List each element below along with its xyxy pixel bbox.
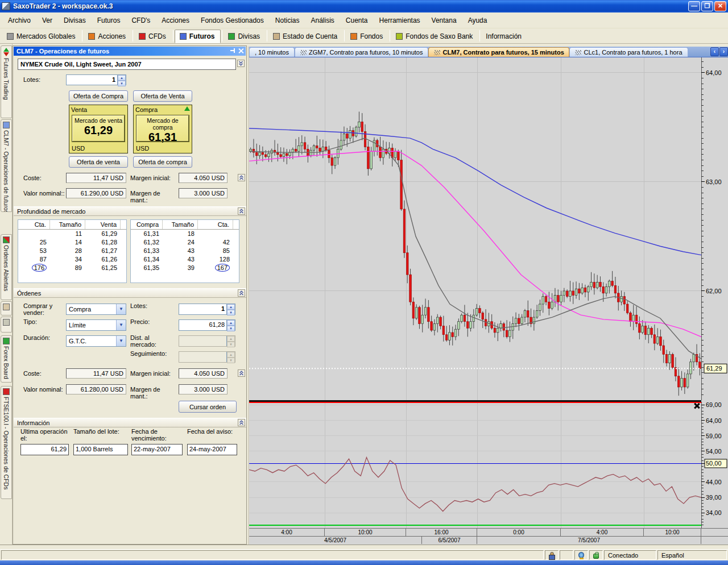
depth-row[interactable]: 61,334385 [131, 247, 239, 255]
depth-buy-table[interactable]: CompraTamañoCta.61,311861,32244261,33438… [130, 219, 239, 283]
sidebar-tab-contact-icon[interactable] [1, 301, 12, 315]
chart-tab-0[interactable]: , 10 minutos [249, 47, 295, 57]
depth-row[interactable]: 61,3443128 [131, 255, 239, 264]
collapse-orders-costs-icon[interactable] [238, 369, 245, 377]
collapse-costs-icon[interactable] [238, 174, 245, 181]
instrument-selector[interactable]: NYMEX Crude Oil, Light Sweet, Jun 2007 [18, 59, 236, 70]
price-axis[interactable]: 64,0063,0062,0061,29 [701, 57, 728, 400]
sidebar-tab-forex-board[interactable]: Forex Board [1, 335, 12, 383]
menu-item-11[interactable]: Ventana [426, 15, 462, 26]
menu-item-0[interactable]: Archivo [2, 15, 36, 26]
toolbar-tab-cfds[interactable]: CFDs [134, 30, 172, 43]
sidebar-tab-ordenes-abiertas[interactable]: Ordenes Abiertas [1, 234, 12, 300]
depth-row[interactable]: 61,3118 [131, 230, 239, 238]
toolbar-tab-futuros[interactable]: Futuros [175, 30, 221, 43]
menu-item-5[interactable]: Acciones [156, 15, 195, 26]
candle [419, 308, 421, 324]
menu-item-12[interactable]: Ayuda [462, 15, 493, 26]
close-indicator-icon[interactable] [693, 402, 700, 409]
toolbar-tab-mercados-globales[interactable]: Mercados Globales [2, 30, 81, 43]
order-input-0[interactable]: 1▲▼ [179, 304, 235, 315]
menu-item-1[interactable]: Ver [36, 15, 58, 26]
menu-item-2[interactable]: Divisas [58, 15, 92, 26]
cursar-orden-button[interactable]: Cursar orden [179, 401, 237, 413]
candle [373, 140, 375, 151]
candle [289, 152, 291, 156]
collapse-info-icon[interactable] [238, 419, 245, 426]
restore-button[interactable]: ❐ [701, 1, 713, 11]
oferta-de-compra-button[interactable]: Oferta de Compra [69, 90, 128, 102]
oferta-de-venta-lower-button[interactable]: Oferta de venta [69, 156, 128, 168]
horizontal-scrollbar[interactable] [0, 545, 728, 549]
chart-tab-3[interactable]: CLc1, Contrato para futuros, 1 hora [569, 47, 688, 57]
collapse-depth-icon[interactable] [238, 207, 245, 215]
up-triangle-icon [3, 48, 9, 52]
price-chart[interactable] [249, 57, 701, 400]
title-bar[interactable]: SaxoTrader 2 - workspace.ok.3 — ❐ ✕ [0, 0, 728, 13]
toolbar-tab-estado-de-cuenta[interactable]: Estado de Cuenta [268, 30, 343, 43]
spin-down-icon[interactable]: ▼ [118, 81, 126, 86]
lotes-stepper[interactable]: 1 ▲▼ [66, 74, 126, 85]
buy-market-button[interactable]: Mercado de compra 61,31 [136, 115, 189, 142]
menu-item-8[interactable]: Análisis [305, 15, 340, 26]
close-button[interactable]: ✕ [714, 1, 726, 11]
sell-market-button[interactable]: Mercado de venta 61,29 [72, 115, 125, 142]
depth-row[interactable]: 61,3539167 [131, 264, 239, 272]
sidebar-tab-news-icon[interactable] [1, 317, 12, 333]
depth-cell: 43 [163, 247, 198, 255]
sidebar-tab-ftse100-i-operaciones-de-cfds[interactable]: FTSE100.I - Operaciones de CFDs [1, 386, 12, 499]
candle [569, 291, 572, 297]
status-language[interactable]: Español [657, 550, 727, 560]
depth-row[interactable]: 61,322442 [131, 238, 239, 247]
menu-item-10[interactable]: Herramientas [374, 15, 426, 26]
close-panel-icon[interactable] [238, 48, 244, 53]
order-input-1[interactable]: 61,28▲▼ [179, 319, 235, 331]
toolbar-tab-label: Información [486, 32, 522, 40]
order-select-1[interactable]: Límite▼ [66, 319, 126, 331]
depth-cell: 61,25 [85, 264, 121, 272]
depth-row[interactable]: 873461,26 [18, 255, 126, 264]
spin-up-icon[interactable]: ▲ [118, 75, 126, 81]
menu-item-3[interactable]: Futuros [92, 15, 126, 26]
toolbar-tab-fondos[interactable]: Fondos [346, 30, 388, 43]
dropdown-arrow-icon[interactable]: ▼ [116, 336, 126, 346]
pin-icon[interactable] [230, 48, 236, 53]
menu-item-7[interactable]: Noticias [270, 15, 305, 26]
order-select-0[interactable]: Compra▼ [66, 304, 126, 315]
chart-tab-1[interactable]: ZGM7, Contrato para futuros, 10 minutos [295, 47, 429, 57]
rsi-chart[interactable] [249, 402, 701, 528]
spinner[interactable]: ▲▼ [226, 320, 235, 330]
oferta-de-compra-lower-button[interactable]: Oferta de compra [133, 156, 192, 168]
sidebar-tab-futures-trading[interactable]: Futures Trading [1, 45, 12, 118]
spinner[interactable]: ▲▼ [226, 304, 235, 314]
depth-row[interactable]: 1161,29 [18, 230, 126, 238]
candle [301, 143, 303, 146]
scroll-left-icon[interactable]: ‹ [710, 47, 719, 56]
oferta-de-venta-button[interactable]: Oferta de Venta [133, 90, 192, 102]
toolbar-tab-informaci-n[interactable]: Información [481, 30, 527, 43]
menu-item-9[interactable]: Cuenta [340, 15, 374, 26]
menu-item-6[interactable]: Fondos Gestionados [195, 15, 270, 26]
panel-title-bar[interactable]: CLM7 - Operaciones de futuros [14, 47, 246, 56]
rsi-axis[interactable]: 69,0064,0059,0054,0050,0044,0039,0034,00 [701, 402, 728, 528]
collapse-orders-icon[interactable] [238, 289, 245, 297]
order-select-2[interactable]: G.T.C.▼ [66, 335, 126, 347]
minimize-button[interactable]: — [688, 1, 700, 11]
toolbar-tab-divisas[interactable]: Divisas [224, 30, 266, 43]
instrument-expand-icon[interactable] [237, 60, 245, 67]
dropdown-arrow-icon[interactable]: ▼ [116, 304, 126, 314]
dropdown-arrow-icon[interactable]: ▼ [116, 320, 126, 330]
sidebar-tab-clm7-operaciones-de-futuros[interactable]: CLM7 - Operaciones de futuros [1, 119, 12, 212]
depth-row[interactable]: 1768961,25 [18, 264, 126, 272]
scroll-right-icon[interactable]: › [719, 47, 728, 56]
depth-sell-table[interactable]: Cta.TamañoVenta1161,29251461,28532861,27… [18, 219, 127, 283]
toolbar-tab-fondos-de-saxo-bank[interactable]: Fondos de Saxo Bank [391, 30, 478, 43]
menu-item-4[interactable]: CFD's [126, 15, 156, 26]
depth-row[interactable]: 251461,28 [18, 238, 126, 247]
toolbar-tab-acciones[interactable]: Acciones [84, 30, 131, 43]
toolbar-tab-label: Divisas [238, 32, 260, 40]
depth-cell: 61,31 [131, 230, 163, 238]
depth-row[interactable]: 532861,27 [18, 247, 126, 255]
chart-tab-2[interactable]: CLM7, Contrato para futuros, 15 minutos [428, 47, 569, 57]
orders-section-header: Órdenes [14, 288, 246, 298]
